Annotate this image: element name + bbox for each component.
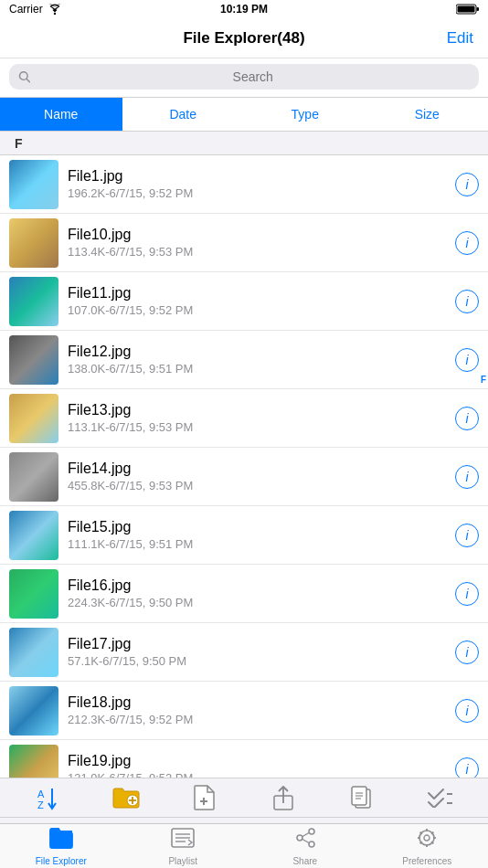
list-item[interactable]: File17.jpg 57.1K-6/7/15, 9:50 PM i	[0, 623, 488, 682]
file-thumbnail	[9, 628, 58, 677]
tab-preferences-label: Preferences	[402, 856, 451, 866]
svg-rect-2	[458, 6, 475, 13]
list-item[interactable]: File13.jpg 113.1K-6/7/15, 9:53 PM i	[0, 389, 488, 448]
file-name: File14.jpg	[68, 460, 446, 477]
section-letter: F	[15, 136, 23, 151]
section-header-f: F	[0, 132, 488, 155]
info-button[interactable]: i	[455, 290, 479, 313]
file-thumbnail	[9, 686, 58, 736]
file-info: File16.jpg 224.3K-6/7/15, 9:50 PM	[68, 577, 446, 609]
file-thumbnail	[9, 277, 58, 326]
file-meta: 57.1K-6/7/15, 9:50 PM	[68, 654, 446, 668]
tab-bar: File Explorer Playlist Share	[0, 823, 488, 868]
info-button[interactable]: i	[455, 524, 479, 547]
tab-date[interactable]: Date	[122, 98, 245, 131]
list-item[interactable]: File12.jpg 138.0K-6/7/15, 9:51 PM i	[0, 331, 488, 389]
tab-type[interactable]: Type	[244, 98, 366, 131]
info-button[interactable]: i	[455, 582, 479, 606]
svg-point-32	[309, 842, 314, 847]
file-meta: 224.3K-6/7/15, 9:50 PM	[68, 596, 446, 609]
file-list[interactable]: F File1.jpg 196.2K-6/7/15, 9:52 PM i Fil…	[0, 155, 488, 778]
scroll-index: F	[481, 375, 486, 385]
tab-size[interactable]: Size	[366, 98, 489, 131]
list-item[interactable]: File11.jpg 107.0K-6/7/15, 9:52 PM i	[0, 272, 488, 331]
file-name: File10.jpg	[68, 227, 446, 243]
carrier-label: Carrier	[9, 3, 43, 16]
file-thumbnail	[9, 569, 58, 619]
search-icon	[18, 70, 30, 83]
tab-playlist[interactable]: Playlist	[122, 824, 245, 868]
check-all-icon	[427, 788, 452, 808]
search-input[interactable]	[36, 69, 470, 84]
file-explorer-icon	[49, 827, 73, 854]
list-item[interactable]: File14.jpg 455.8K-6/7/15, 9:53 PM i	[0, 448, 488, 506]
file-thumbnail	[9, 745, 58, 778]
file-name: File1.jpg	[68, 168, 446, 185]
svg-rect-3	[477, 7, 480, 11]
wifi-icon	[48, 4, 62, 15]
sort-tabs: Name Date Type Size	[0, 98, 488, 132]
copy-button[interactable]	[341, 778, 381, 818]
tab-share-label: Share	[292, 856, 317, 866]
file-meta: 196.2K-6/7/15, 9:52 PM	[68, 186, 446, 200]
sort-az-icon: A Z	[36, 785, 61, 810]
file-meta: 113.1K-6/7/15, 9:53 PM	[68, 420, 446, 434]
list-item[interactable]: File1.jpg 196.2K-6/7/15, 9:52 PM i	[0, 155, 488, 214]
info-button[interactable]: i	[455, 757, 479, 778]
file-thumbnail	[9, 452, 58, 502]
copy-icon	[349, 785, 373, 810]
tab-share[interactable]: Share	[244, 824, 366, 868]
svg-point-36	[424, 835, 430, 841]
file-meta: 107.0K-6/7/15, 9:52 PM	[68, 303, 446, 317]
svg-point-31	[309, 829, 314, 834]
list-item[interactable]: File15.jpg 111.1K-6/7/15, 9:51 PM i	[0, 506, 488, 565]
file-name: File16.jpg	[68, 577, 446, 594]
tab-file-explorer-label: File Explorer	[36, 856, 87, 866]
file-thumbnail	[9, 218, 58, 268]
file-info: File15.jpg 111.1K-6/7/15, 9:51 PM	[68, 519, 446, 551]
info-button[interactable]: i	[455, 173, 479, 196]
info-button[interactable]: i	[455, 231, 479, 255]
svg-line-5	[27, 79, 29, 81]
info-button[interactable]: i	[455, 699, 479, 723]
list-item[interactable]: File10.jpg 113.4K-6/7/15, 9:53 PM i	[0, 214, 488, 272]
status-bar: Carrier 10:19 PM	[0, 0, 488, 18]
svg-point-25	[59, 838, 62, 841]
add-file-button[interactable]	[185, 778, 225, 818]
svg-text:A: A	[37, 789, 45, 799]
info-button[interactable]: i	[455, 640, 479, 664]
edit-button[interactable]: Edit	[447, 29, 473, 48]
file-meta: 113.4K-6/7/15, 9:53 PM	[68, 245, 446, 259]
file-name: File12.jpg	[68, 344, 446, 360]
tab-preferences[interactable]: Preferences	[366, 824, 489, 868]
file-name: File13.jpg	[68, 402, 446, 418]
check-all-button[interactable]	[419, 778, 460, 818]
share-button[interactable]	[263, 778, 303, 818]
toolbar: A Z	[0, 778, 488, 818]
add-folder-button[interactable]	[106, 778, 146, 818]
file-name: File17.jpg	[68, 636, 446, 652]
info-button[interactable]: i	[455, 407, 479, 430]
list-item[interactable]: File16.jpg 224.3K-6/7/15, 9:50 PM i	[0, 565, 488, 623]
battery-icon	[456, 4, 479, 15]
file-info: File13.jpg 113.1K-6/7/15, 9:53 PM	[68, 402, 446, 434]
file-thumbnail	[9, 160, 58, 209]
sort-az-button[interactable]: A Z	[28, 778, 69, 818]
tab-name[interactable]: Name	[0, 98, 122, 131]
info-button[interactable]: i	[455, 348, 479, 372]
file-info: File1.jpg 196.2K-6/7/15, 9:52 PM	[68, 168, 446, 200]
file-name: File15.jpg	[68, 519, 446, 535]
svg-point-0	[53, 13, 55, 15]
list-item[interactable]: File19.jpg 131.9K-6/7/15, 9:52 PM i	[0, 740, 488, 778]
file-info: File12.jpg 138.0K-6/7/15, 9:51 PM	[68, 344, 446, 376]
add-folder-icon	[112, 786, 140, 810]
file-meta: 131.9K-6/7/15, 9:52 PM	[68, 771, 446, 778]
info-button[interactable]: i	[455, 465, 479, 489]
list-item[interactable]: File18.jpg 212.3K-6/7/15, 9:52 PM i	[0, 682, 488, 740]
tab-file-explorer[interactable]: File Explorer	[0, 824, 122, 868]
preferences-icon	[415, 827, 439, 854]
file-info: File11.jpg 107.0K-6/7/15, 9:52 PM	[68, 285, 446, 317]
file-meta: 138.0K-6/7/15, 9:51 PM	[68, 362, 446, 376]
file-thumbnail	[9, 335, 58, 385]
file-info: File17.jpg 57.1K-6/7/15, 9:50 PM	[68, 636, 446, 668]
